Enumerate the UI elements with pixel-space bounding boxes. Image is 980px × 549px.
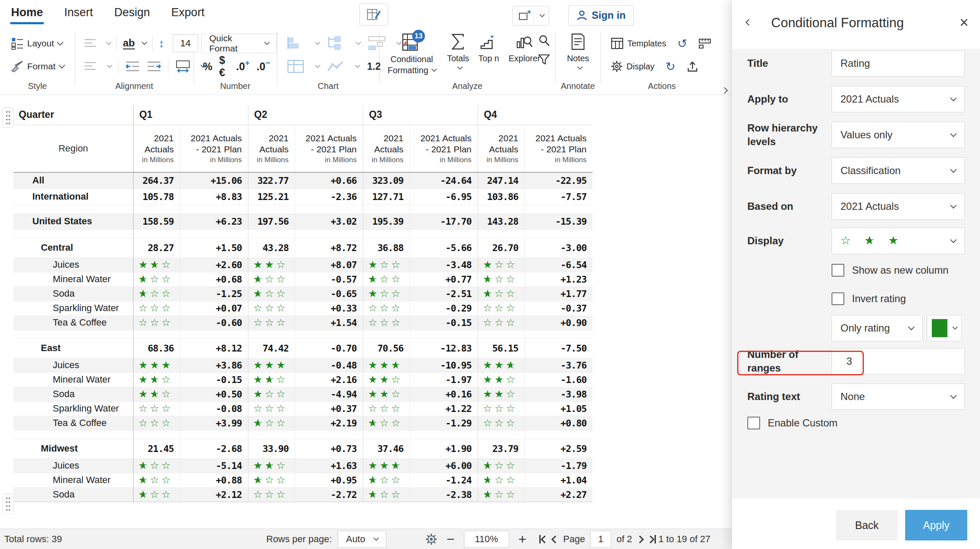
- rating-cell[interactable]: ☆★☆☆: [363, 473, 410, 487]
- value-cell[interactable]: 105.78: [133, 189, 180, 205]
- value-cell[interactable]: 23.79: [478, 439, 524, 458]
- top-n-button[interactable]: Top n: [474, 31, 504, 64]
- close-icon[interactable]: ×: [960, 14, 969, 31]
- undo-icon[interactable]: ↺: [677, 37, 687, 51]
- layout-button[interactable]: Layout: [11, 33, 63, 54]
- tab-insert[interactable]: Insert: [63, 4, 94, 24]
- rating-cell[interactable]: ☆☆☆: [133, 315, 180, 330]
- rating-cell[interactable]: ☆☆☆: [363, 401, 410, 416]
- table-row[interactable]: Juices☆★☆☆-5.14★☆★☆+1.63★★☆★+6.00☆★☆☆-1.…: [14, 458, 593, 473]
- value-cell[interactable]: +2.19: [295, 416, 363, 430]
- row-label[interactable]: United States: [14, 213, 133, 229]
- table-row[interactable]: Sparkling Water☆☆☆-0.08☆☆☆+0.37☆☆☆+1.22☆…: [14, 401, 593, 416]
- zoom-in-button[interactable]: +: [518, 532, 527, 547]
- rating-cell[interactable]: ☆★☆☆: [478, 458, 524, 473]
- rating-cell[interactable]: ☆☆☆: [133, 401, 180, 416]
- rating-cell[interactable]: ★★☆: [478, 387, 524, 401]
- value-cell[interactable]: 197.56: [248, 213, 295, 229]
- rating-cell[interactable]: ★☆☆: [248, 387, 295, 401]
- row-label[interactable]: Juices: [14, 358, 133, 372]
- value-cell[interactable]: 43.28: [248, 238, 295, 257]
- redo-icon[interactable]: ↻: [666, 60, 675, 74]
- abbreviate-button[interactable]: ab: [123, 37, 146, 49]
- value-cell[interactable]: +0.77: [410, 272, 478, 286]
- line-chart-icon[interactable]: [327, 60, 344, 73]
- value-cell[interactable]: +6.23: [180, 213, 248, 229]
- value-cell[interactable]: 37.46: [363, 439, 410, 458]
- bar-chart-variance-icon[interactable]: [287, 36, 304, 51]
- value-cell[interactable]: -1.29: [410, 416, 478, 430]
- value-cell[interactable]: -1.97: [410, 372, 478, 387]
- value-cell[interactable]: -6.54: [524, 257, 593, 272]
- increase-indent-icon[interactable]: [147, 61, 161, 72]
- rating-cell[interactable]: ☆☆☆: [248, 487, 295, 502]
- tab-export[interactable]: Export: [171, 4, 205, 24]
- value-cell[interactable]: -2.51: [410, 286, 478, 301]
- rows-per-page-select[interactable]: Auto: [338, 531, 386, 548]
- notes-button[interactable]: Notes: [561, 31, 595, 69]
- rating-style-select[interactable]: Only rating: [832, 315, 923, 341]
- row-label[interactable]: All: [14, 172, 133, 189]
- percent-format-icon[interactable]: %: [203, 60, 212, 73]
- value-cell[interactable]: -24.64: [410, 172, 478, 189]
- value-cell[interactable]: -0.29: [410, 301, 478, 315]
- rating-cell[interactable]: ★★☆: [478, 372, 524, 387]
- value-cell[interactable]: -3.98: [524, 387, 593, 401]
- decrease-indent-icon[interactable]: [125, 61, 140, 72]
- rating-cell[interactable]: ☆☆☆: [478, 401, 524, 416]
- apply-to-select[interactable]: 2021 Actuals: [832, 86, 965, 112]
- table-row[interactable]: Tea & Coffee☆☆☆+3.99☆★☆☆+2.19☆★☆☆-1.29☆☆…: [14, 416, 593, 430]
- rating-cell[interactable]: ☆★☆☆: [133, 473, 180, 487]
- table-row[interactable]: International105.78+8.83125.21-2.36127.7…: [14, 189, 593, 205]
- value-cell[interactable]: 33.90: [248, 439, 295, 458]
- row-label[interactable]: East: [14, 338, 133, 358]
- value-cell[interactable]: +1.50: [180, 238, 248, 257]
- rating-color-select[interactable]: [927, 315, 962, 341]
- row-label[interactable]: Sparkling Water: [14, 401, 133, 416]
- value-cell[interactable]: +0.16: [410, 387, 478, 401]
- column-header-q2[interactable]: Q2: [248, 105, 363, 125]
- value-cell[interactable]: +1.05: [524, 401, 593, 416]
- value-cell[interactable]: +0.37: [295, 401, 363, 416]
- value-cell[interactable]: -2.72: [295, 487, 363, 502]
- table-row[interactable]: Mineral Water☆★☆☆+0.88☆★☆☆+0.95☆★☆☆-1.24…: [14, 473, 593, 487]
- rating-cell[interactable]: ☆★☆☆: [478, 272, 524, 286]
- value-cell[interactable]: +1.04: [524, 473, 593, 487]
- rating-cell[interactable]: ☆★☆☆: [248, 416, 295, 430]
- value-cell[interactable]: -0.60: [180, 315, 248, 330]
- table-row[interactable]: United States158.59+6.23197.56+3.02195.3…: [14, 213, 593, 229]
- measure-header-delta[interactable]: 2021 Actuals - 2021 Planin Millions: [410, 125, 478, 172]
- search-icon[interactable]: [538, 34, 550, 47]
- rating-cell[interactable]: ★☆★☆: [133, 372, 180, 387]
- value-cell[interactable]: 28.27: [133, 238, 180, 257]
- currency-format-icon[interactable]: $€: [219, 54, 229, 79]
- rating-cell[interactable]: ☆☆☆: [248, 301, 295, 315]
- value-cell[interactable]: 68.36: [133, 338, 180, 358]
- value-cell[interactable]: -2.38: [410, 487, 478, 502]
- value-cell[interactable]: +1.23: [524, 272, 593, 286]
- column-width-icon[interactable]: [175, 60, 191, 73]
- value-cell[interactable]: -5.14: [180, 458, 248, 473]
- measure-header-actuals[interactable]: 2021 Actualsin Millions: [363, 125, 410, 172]
- expand-ribbon-button[interactable]: [722, 87, 729, 94]
- value-cell[interactable]: +0.95: [295, 473, 363, 487]
- value-cell[interactable]: -0.57: [295, 272, 363, 286]
- value-cell[interactable]: 21.45: [133, 439, 180, 458]
- column-header-q3[interactable]: Q3: [363, 105, 478, 125]
- back-button[interactable]: Back: [836, 510, 898, 540]
- rating-cell[interactable]: ☆★☆☆: [133, 458, 180, 473]
- value-cell[interactable]: -1.25: [180, 286, 248, 301]
- format-by-select[interactable]: Classification: [832, 157, 965, 184]
- vertical-align-icon[interactable]: [84, 61, 97, 71]
- value-cell[interactable]: +3.02: [295, 213, 363, 229]
- value-cell[interactable]: +2.16: [295, 372, 363, 387]
- rating-cell[interactable]: ☆★☆☆: [478, 473, 524, 487]
- quick-format-button[interactable]: Quick Format: [201, 34, 277, 53]
- value-cell[interactable]: -1.24: [410, 473, 478, 487]
- rating-cell[interactable]: ★☆☆: [363, 286, 410, 301]
- table-chart-icon[interactable]: [287, 60, 304, 73]
- rating-cell[interactable]: ★★☆★: [363, 458, 410, 473]
- value-cell[interactable]: +8.07: [295, 257, 363, 272]
- value-cell[interactable]: -0.15: [180, 372, 248, 387]
- table-row[interactable]: Tea & Coffee☆☆☆-0.60☆☆☆+1.54☆☆☆-0.15☆☆☆+…: [14, 315, 593, 330]
